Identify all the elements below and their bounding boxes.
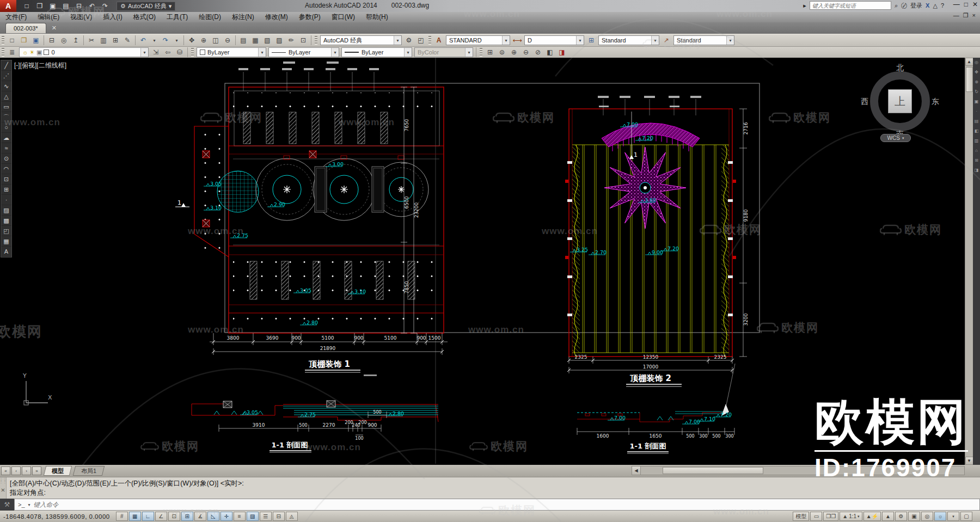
chevron-down-icon[interactable]: ▾ <box>258 48 266 57</box>
tab-model[interactable]: 模型 <box>44 466 72 476</box>
misc-nav-icon[interactable]: ◨ <box>975 168 979 173</box>
annotation-monitor-icon[interactable]: ◎ <box>921 512 933 521</box>
grid-nav-icon[interactable]: ⊞ <box>975 158 978 163</box>
workspace-switch-gear-icon[interactable]: ⚙ <box>895 512 907 521</box>
osnap3d-toggle[interactable]: ⊞ <box>181 512 193 521</box>
viewport-icon-1[interactable]: ⊜ <box>496 47 508 58</box>
viewport-icon-4[interactable]: ⊘ <box>532 47 544 58</box>
infocenter-search-input[interactable] <box>810 1 891 10</box>
exchange-icon[interactable]: X <box>926 2 929 9</box>
pan-icon[interactable]: ✥ <box>186 35 198 46</box>
showmotion-icon[interactable]: ▣ <box>975 99 979 104</box>
tab-prev-icon[interactable]: ‹ <box>11 466 21 475</box>
chevron-down-icon[interactable]: ▾ <box>726 36 734 45</box>
revcloud-tool-icon[interactable]: ☁ <box>1 133 11 143</box>
model-space-button[interactable]: 模型 <box>793 512 809 521</box>
expand-arrow-icon[interactable]: ▸ <box>803 2 806 9</box>
table-tool-icon[interactable]: ▦ <box>1 236 11 247</box>
viewcube[interactable]: 北 南 西 东 上 <box>863 64 937 138</box>
polygon-tool-icon[interactable]: △ <box>1 91 11 102</box>
workspace-combo[interactable]: AutoCAD 经典 ▾ <box>320 35 402 45</box>
zoom-previous-icon[interactable]: ⊖ <box>222 35 234 46</box>
quickprops-toggle[interactable]: ☰ <box>260 512 272 521</box>
signin-link[interactable]: 登录 <box>910 2 922 10</box>
toolbar-grip[interactable] <box>2 48 4 57</box>
hatch-tool-icon[interactable]: ▨ <box>1 205 11 216</box>
chevron-down-icon[interactable]: ▾ <box>140 48 148 57</box>
named-views-icon[interactable]: ◧ <box>544 47 556 58</box>
layer-lock-icon[interactable]: ▣ <box>36 49 42 56</box>
arc-tool-icon[interactable]: ⌒ <box>1 112 11 122</box>
tool-nav-icon[interactable]: ⌂ <box>975 148 978 153</box>
tab-layout1[interactable]: 布局1 <box>73 466 105 476</box>
publish-icon[interactable]: ↥ <box>70 35 82 46</box>
doc-close-button[interactable]: × <box>972 12 976 19</box>
steering-wheel-icon[interactable]: ◎ <box>975 60 978 65</box>
status-menu-caret-icon[interactable]: ▾ <box>947 512 959 521</box>
mtext-tool-icon[interactable]: A <box>1 247 11 257</box>
compass-west[interactable]: 西 <box>861 97 868 107</box>
ortho-toggle[interactable]: ∟ <box>142 512 154 521</box>
vertical-scrollbar-thumb[interactable] <box>966 67 973 92</box>
views-nav-icon[interactable]: ◧ <box>975 128 979 133</box>
toolbar-grip[interactable] <box>428 36 431 45</box>
save-icon[interactable]: ▣ <box>30 35 42 46</box>
insert-block-tool-icon[interactable]: ⊡ <box>1 174 11 185</box>
construction-line-tool-icon[interactable]: ⋰ <box>1 71 11 81</box>
wcs-dropdown[interactable]: WCS ▾ <box>880 134 911 142</box>
orbit-icon[interactable]: ↻ <box>975 89 978 94</box>
layer-sun-icon[interactable]: ☀ <box>29 49 35 56</box>
viewport-controls-label[interactable]: [-][俯视][二维线框] <box>14 61 66 70</box>
menu-dimension[interactable]: 标注(N) <box>226 12 260 22</box>
zoom-window-icon[interactable]: ◫ <box>210 35 222 46</box>
redo-caret-icon[interactable]: ▾ <box>171 35 182 46</box>
minimize-button[interactable]: — <box>953 1 960 8</box>
menu-tools[interactable]: 工具(T) <box>161 12 193 22</box>
chevron-down-icon[interactable]: ▾ <box>404 48 412 57</box>
point-tool-icon[interactable]: · <box>1 195 11 205</box>
autocad-app-icon[interactable]: A <box>0 0 16 12</box>
qat-undo-icon[interactable]: ↶ <box>86 1 98 11</box>
dyn-toggle[interactable]: ✛ <box>220 512 232 521</box>
viewport-icon-3[interactable]: ⊖ <box>520 47 532 58</box>
command-palette-close-icon[interactable]: ✕ <box>1 487 5 493</box>
viewport-icon-2[interactable]: ⊕ <box>508 47 520 58</box>
markup-icon[interactable]: ✏ <box>285 35 297 46</box>
designcenter-icon[interactable]: ▦ <box>249 35 261 46</box>
text-style-combo[interactable]: STANDARD ▾ <box>446 35 510 45</box>
menu-file[interactable]: 文件(F) <box>0 12 32 22</box>
horizontal-scrollbar-thumb[interactable] <box>663 467 763 474</box>
clean-screen-icon[interactable]: ▢ <box>960 512 972 521</box>
undo-caret-icon[interactable]: ▾ <box>149 35 160 46</box>
grid-toggle[interactable]: ▦ <box>129 512 141 521</box>
annotation-visibility-icon[interactable]: ▲⚡ <box>863 512 881 521</box>
plot-icon[interactable]: ⊟ <box>46 35 58 46</box>
redo-icon[interactable]: ↷ <box>160 35 171 46</box>
gradient-tool-icon[interactable]: ▩ <box>1 216 11 226</box>
file-tab-close-icon[interactable]: ✕ <box>52 24 57 32</box>
rectangle-tool-icon[interactable]: ▭ <box>1 102 11 112</box>
menu-edit[interactable]: 编辑(E) <box>32 12 65 22</box>
region-tool-icon[interactable]: ◰ <box>1 226 11 236</box>
tab-next-icon[interactable]: › <box>22 466 31 475</box>
zoom-realtime-icon[interactable]: ⊕ <box>198 35 210 46</box>
tool-palettes-icon[interactable]: ▧ <box>261 35 273 46</box>
plot-preview-icon[interactable]: ◎ <box>58 35 70 46</box>
menu-format[interactable]: 格式(O) <box>128 12 161 22</box>
toolbar-grip[interactable] <box>480 48 482 57</box>
cut-icon[interactable]: ✂ <box>85 35 97 46</box>
help-icon[interactable]: ? <box>941 2 944 9</box>
dim-style-combo[interactable]: D ▾ <box>524 35 584 45</box>
compass-east[interactable]: 东 <box>932 97 939 107</box>
qat-new-icon[interactable]: □ <box>21 1 33 11</box>
close-button[interactable]: ✕ <box>972 1 978 8</box>
quickcalc-icon[interactable]: ⊡ <box>297 35 309 46</box>
osnap-toggle[interactable]: ⊡ <box>168 512 180 521</box>
tab-first-icon[interactable]: « <box>1 466 10 475</box>
workspace-save-icon[interactable]: ◰ <box>415 35 427 46</box>
scroll-left-icon[interactable]: ◀ <box>632 466 641 475</box>
qat-saveas-icon[interactable]: ▤ <box>60 1 72 11</box>
lineweight-combo[interactable]: ByLayer ▾ <box>341 47 412 57</box>
menu-help[interactable]: 帮助(H) <box>360 12 394 22</box>
autoscale-icon[interactable]: ▲ <box>882 512 894 521</box>
